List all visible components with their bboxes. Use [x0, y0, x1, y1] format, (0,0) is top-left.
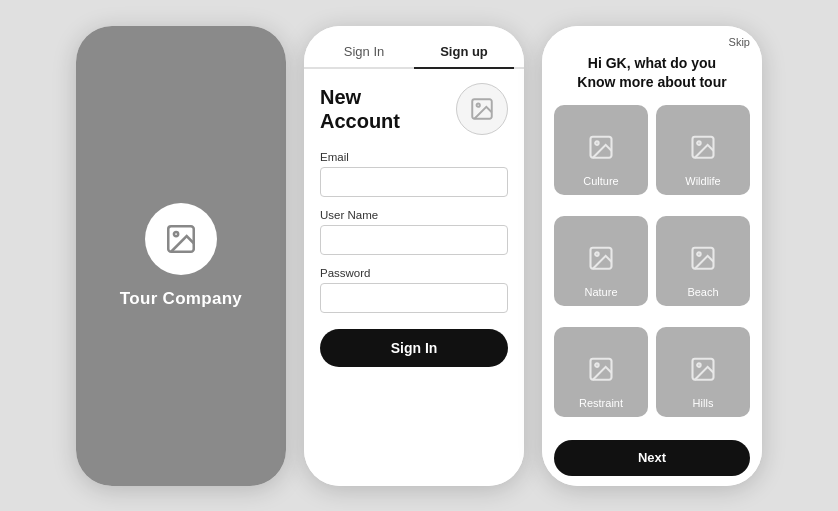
- category-label-restraint: Restraint: [579, 397, 623, 409]
- screen2-auth: Sign In Sign up NewAccount Email User Na…: [304, 26, 524, 486]
- password-label: Password: [320, 267, 508, 279]
- category-image-icon-culture: [587, 133, 615, 161]
- greeting-text: Hi GK, what do you Know more about tour: [554, 54, 750, 93]
- category-label-culture: Culture: [583, 175, 618, 187]
- signup-form-area: NewAccount Email User Name Password Sign…: [304, 69, 524, 486]
- tab-signin[interactable]: Sign In: [314, 36, 414, 67]
- email-label: Email: [320, 151, 508, 163]
- category-card-wildlife[interactable]: Wildlife: [656, 105, 750, 195]
- form-header-row: NewAccount: [320, 83, 508, 135]
- auth-tabs: Sign In Sign up: [304, 36, 524, 69]
- category-grid: Culture Wildlife Nature: [554, 105, 750, 430]
- category-card-culture[interactable]: Culture: [554, 105, 648, 195]
- category-label-hills: Hills: [693, 397, 714, 409]
- category-image-icon-nature: [587, 244, 615, 272]
- category-card-hills[interactable]: Hills: [656, 327, 750, 417]
- category-label-wildlife: Wildlife: [685, 175, 720, 187]
- skip-row: Skip: [554, 36, 750, 48]
- category-image-icon-hills: [689, 355, 717, 383]
- skip-button[interactable]: Skip: [729, 36, 750, 48]
- username-input[interactable]: [320, 225, 508, 255]
- brand-name: Tour Company: [120, 289, 242, 309]
- screen1-frame: Tour Company: [76, 26, 286, 486]
- category-image-icon-wildlife: [689, 133, 717, 161]
- svg-point-1: [174, 231, 178, 235]
- category-label-beach: Beach: [687, 286, 718, 298]
- svg-point-11: [697, 252, 701, 256]
- category-card-beach[interactable]: Beach: [656, 216, 750, 306]
- avatar-image-icon: [469, 96, 495, 122]
- category-card-nature[interactable]: Nature: [554, 216, 648, 306]
- screen2-frame: Sign In Sign up NewAccount Email User Na…: [304, 26, 524, 486]
- next-button[interactable]: Next: [554, 440, 750, 476]
- svg-point-3: [477, 103, 480, 106]
- category-card-restraint[interactable]: Restraint: [554, 327, 648, 417]
- username-label: User Name: [320, 209, 508, 221]
- svg-point-15: [697, 363, 701, 367]
- signin-button[interactable]: Sign In: [320, 329, 508, 367]
- screen3-preferences: Skip Hi GK, what do you Know more about …: [542, 26, 762, 486]
- screen1-splash: Tour Company: [76, 26, 286, 486]
- screen3-frame: Skip Hi GK, what do you Know more about …: [542, 26, 762, 486]
- avatar-upload-circle[interactable]: [456, 83, 508, 135]
- category-image-icon-restraint: [587, 355, 615, 383]
- tab-signup[interactable]: Sign up: [414, 36, 514, 69]
- category-image-icon-beach: [689, 244, 717, 272]
- svg-point-9: [595, 252, 599, 256]
- email-input[interactable]: [320, 167, 508, 197]
- svg-point-13: [595, 363, 599, 367]
- new-account-title: NewAccount: [320, 85, 400, 133]
- svg-point-7: [697, 141, 701, 145]
- svg-point-5: [595, 141, 599, 145]
- password-input[interactable]: [320, 283, 508, 313]
- logo-image-icon: [164, 222, 198, 256]
- category-label-nature: Nature: [584, 286, 617, 298]
- logo-circle: [145, 203, 217, 275]
